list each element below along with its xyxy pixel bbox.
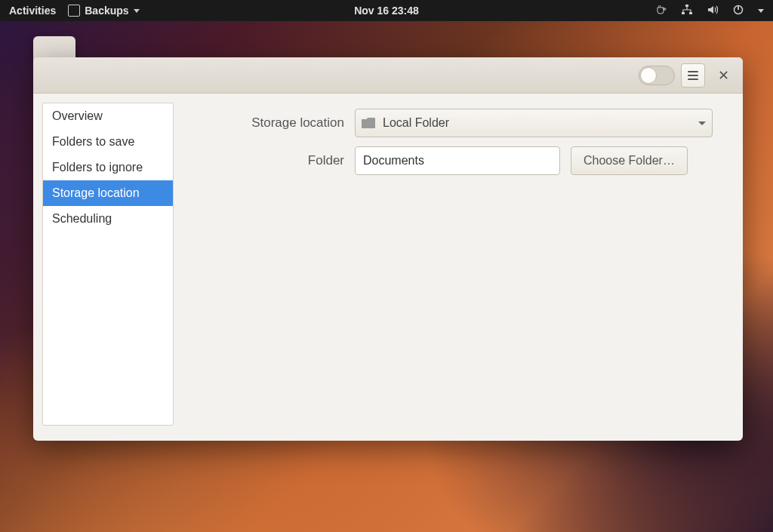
storage-location-value: Local Folder [383,116,449,130]
app-menu-button[interactable]: Backups [68,5,139,17]
sidebar-item-label: Storage location [52,186,140,199]
chevron-down-icon [698,121,706,125]
window-body: Overview Folders to save Folders to igno… [33,94,743,441]
svg-rect-2 [689,12,692,14]
panel-system-tray [655,4,773,18]
settings-content: Storage location Local Folder Folder Cho… [216,103,713,426]
sidebar-item-label: Folders to ignore [52,161,143,174]
sidebar-item-scheduling[interactable]: Scheduling [43,206,173,232]
backups-window: ✕ Overview Folders to save Folders to ig… [33,57,743,441]
svg-rect-1 [682,12,685,14]
sidebar-item-overview[interactable]: Overview [43,103,173,129]
sidebar-item-label: Overview [52,109,103,122]
toggle-knob [640,67,657,84]
svg-rect-0 [685,5,688,7]
panel-clock[interactable]: Nov 16 23:48 [354,5,419,17]
app-menu-label: Backups [85,5,128,17]
storage-location-dropdown[interactable]: Local Folder [355,109,713,137]
panel-left-group: Activities Backups [0,5,140,17]
window-titlebar: ✕ [33,57,743,94]
storage-location-label: Storage location [216,115,344,131]
chevron-down-icon [134,9,140,13]
folder-row: Folder Choose Folder… [216,146,713,175]
power-icon[interactable] [732,4,744,18]
folder-icon [362,118,375,128]
storage-location-row: Storage location Local Folder [216,109,713,137]
network-icon[interactable] [681,4,693,18]
chevron-down-icon[interactable] [758,9,764,13]
hamburger-menu-button[interactable] [681,63,705,88]
sidebar-item-storage-location[interactable]: Storage location [43,180,173,206]
close-button[interactable]: ✕ [711,63,735,88]
close-icon: ✕ [718,69,729,82]
volume-icon[interactable] [707,4,719,18]
hamburger-icon [688,71,698,80]
sidebar-item-label: Scheduling [52,212,112,225]
settings-sidebar: Overview Folders to save Folders to igno… [42,103,174,426]
sidebar-item-label: Folders to save [52,135,134,148]
backup-enable-toggle[interactable] [639,66,675,85]
backups-app-icon [68,5,80,17]
caffeine-icon[interactable] [655,4,667,18]
sidebar-item-folders-to-save[interactable]: Folders to save [43,129,173,155]
sidebar-item-folders-to-ignore[interactable]: Folders to ignore [43,155,173,180]
gnome-top-panel: Activities Backups Nov 16 23:48 [0,0,773,21]
activities-button[interactable]: Activities [9,5,56,17]
choose-folder-button[interactable]: Choose Folder… [571,146,688,175]
folder-label: Folder [216,153,344,168]
clock-label: Nov 16 23:48 [354,5,419,17]
folder-input[interactable] [355,146,560,175]
